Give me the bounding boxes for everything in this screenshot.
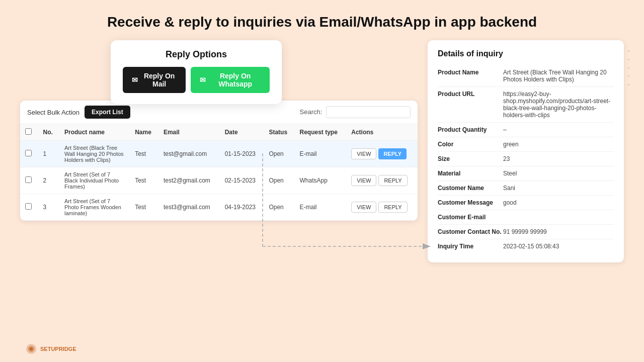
row-no: 2 (38, 167, 59, 194)
reply-options-popup: Reply Options ✉ Reply On Mail ✉ Reply On… (111, 40, 282, 104)
logo-area: SETUPRIDGE (25, 343, 76, 355)
detail-row: Product Name Art Street (Black Tree Wall… (438, 65, 614, 87)
row-email: test@gmail.com (158, 141, 220, 167)
row-date: 01-15-2023 (220, 141, 264, 167)
table-row: 1 Art Street (Black Tree Wall Hanging 20… (20, 141, 418, 167)
search-input[interactable] (326, 106, 411, 118)
detail-row: Customer Message good (438, 196, 614, 210)
row-actions: VIEW REPLY (346, 167, 418, 194)
reply-mail-label: Reply On Mail (142, 72, 177, 88)
table-row: 2 Art Street (Set of 7 Black Individual … (20, 167, 418, 194)
detail-label: Customer Contact No. (438, 228, 503, 235)
toolbar-left: Select Bulk Action Export List (27, 106, 130, 119)
detail-value: Sani (503, 185, 614, 192)
detail-value: green (503, 141, 614, 148)
detail-label: Product Quantity (438, 126, 503, 133)
reply-button[interactable]: REPLY (378, 175, 407, 186)
row-date: 04-19-2023 (220, 194, 264, 221)
col-date: Date (220, 124, 264, 141)
table-header: No. Product name Name Email Date Status … (20, 124, 418, 141)
reply-button[interactable]: REPLY (378, 202, 407, 213)
inquiries-table-card: Select Bulk Action Export List Search: N… (20, 101, 418, 221)
col-no: No. (38, 124, 59, 141)
detail-label: Color (438, 141, 503, 148)
view-button[interactable]: VIEW (351, 148, 376, 159)
detail-label: Inquiry Time (438, 243, 503, 250)
reply-buttons: ✉ Reply On Mail ✉ Reply On Whatsapp (123, 67, 270, 93)
detail-row: Inquiry Time 2023-02-15 05:08:43 (438, 239, 614, 253)
view-button[interactable]: VIEW (351, 202, 376, 213)
select-bulk-label: Select Bulk Action (27, 109, 79, 116)
row-checkbox (20, 194, 38, 221)
details-panel: Details of inquiry Product Name Art Stre… (428, 40, 624, 262)
col-status: Status (264, 124, 294, 141)
table-toolbar: Select Bulk Action Export List Search: (20, 101, 418, 124)
row-actions: VIEW REPLY (346, 141, 418, 167)
col-actions: Actions (346, 124, 418, 141)
export-list-button[interactable]: Export List (85, 106, 130, 119)
row-status: Open (264, 141, 294, 167)
row-name: Test (130, 194, 158, 221)
detail-row: Customer E-mail (438, 210, 614, 225)
detail-row: Size 23 (438, 152, 614, 166)
page-title: Receive & reply to inquiries via Email/W… (0, 0, 644, 40)
table-body: 1 Art Street (Black Tree Wall Hanging 20… (20, 141, 418, 221)
detail-row: Customer Contact No. 91 99999 99999 (438, 225, 614, 239)
reply-whatsapp-label: Reply On Whatsapp (210, 72, 261, 88)
row-status: Open (264, 194, 294, 221)
detail-label: Size (438, 155, 503, 162)
search-label: Search: (300, 108, 323, 116)
detail-label: Material (438, 170, 503, 177)
row-actions: VIEW REPLY (346, 194, 418, 221)
col-name: Name (130, 124, 158, 141)
select-all-checkbox[interactable] (25, 128, 32, 135)
detail-label: Product Name (438, 69, 503, 76)
row-request-type: WhatsApp (294, 167, 346, 194)
reply-on-mail-button[interactable]: ✉ Reply On Mail (123, 67, 186, 93)
row-date: 02-15-2023 (220, 167, 264, 194)
reply-options-title: Reply Options (123, 49, 270, 60)
row-product: Art Street (Set of 7 Black Individual Ph… (59, 167, 130, 194)
table-row: 3 Art Street (Set of 7 Photo Frames Wood… (20, 194, 418, 221)
row-email: test3@gmail.com (158, 194, 220, 221)
row-request-type: E-mail (294, 194, 346, 221)
detail-row: Color green (438, 137, 614, 152)
detail-label: Product URL (438, 90, 503, 98)
row-request-type: E-mail (294, 141, 346, 167)
row-name: Test (130, 167, 158, 194)
whatsapp-icon: ✉ (200, 76, 206, 84)
row-product: Art Street (Set of 7 Photo Frames Wooden… (59, 194, 130, 221)
inquiries-table: No. Product name Name Email Date Status … (20, 124, 418, 221)
row-email: test2@gmail.com (158, 167, 220, 194)
details-rows: Product Name Art Street (Black Tree Wall… (438, 65, 614, 253)
detail-label: Customer E-mail (438, 214, 503, 221)
view-button[interactable]: VIEW (351, 175, 376, 186)
mail-icon: ✉ (132, 76, 138, 84)
left-panel: Reply Options ✉ Reply On Mail ✉ Reply On… (20, 40, 418, 221)
row-select-checkbox[interactable] (25, 150, 32, 156)
row-select-checkbox[interactable] (25, 203, 32, 210)
detail-value: Art Street (Black Tree Wall Hanging 20 P… (503, 69, 614, 83)
row-select-checkbox[interactable] (25, 176, 32, 183)
col-email: Email (158, 124, 220, 141)
detail-label: Customer Name (438, 185, 503, 192)
col-request-type: Request type (294, 124, 346, 141)
detail-row: Product Quantity – (438, 123, 614, 137)
row-checkbox (20, 141, 38, 167)
detail-value: – (503, 126, 614, 133)
reply-button[interactable]: REPLY (378, 148, 407, 159)
row-product: Art Street (Black Tree Wall Hanging 20 P… (59, 141, 130, 167)
logo-text: SETUPRIDGE (40, 346, 76, 352)
svg-point-2 (30, 347, 33, 350)
detail-value: https://easy2-buy-shop.myshopify.com/pro… (503, 90, 614, 119)
reply-on-whatsapp-button[interactable]: ✉ Reply On Whatsapp (191, 67, 270, 93)
row-name: Test (130, 141, 158, 167)
details-title: Details of inquiry (438, 49, 614, 58)
detail-row: Material Steel (438, 166, 614, 181)
row-checkbox (20, 167, 38, 194)
detail-value: 2023-02-15 05:08:43 (503, 243, 614, 250)
row-status: Open (264, 167, 294, 194)
detail-label: Customer Message (438, 199, 503, 206)
detail-value: good (503, 199, 614, 206)
detail-row: Product URL https://easy2-buy-shop.mysho… (438, 87, 614, 123)
